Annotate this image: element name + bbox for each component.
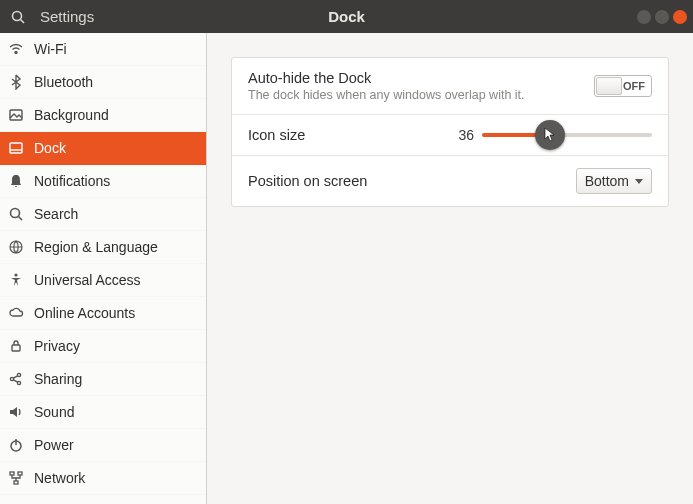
sidebar-item-label: Network <box>34 470 85 486</box>
iconsize-value: 36 <box>450 127 474 143</box>
svg-point-13 <box>17 381 20 384</box>
sidebar-item-label: Universal Access <box>34 272 141 288</box>
sidebar-item-notifications[interactable]: Notifications <box>0 165 206 198</box>
svg-point-9 <box>14 273 17 276</box>
settings-sidebar: Wi-Fi Bluetooth Background <box>0 33 207 504</box>
network-icon <box>8 470 24 486</box>
cloud-sync-icon <box>8 305 24 321</box>
search-icon <box>8 206 24 222</box>
sidebar-item-label: Notifications <box>34 173 110 189</box>
cursor-icon <box>544 127 556 143</box>
svg-rect-16 <box>10 472 14 475</box>
sidebar-item-label: Search <box>34 206 78 222</box>
sidebar-item-label: Bluetooth <box>34 74 93 90</box>
minimize-button[interactable] <box>637 10 651 24</box>
sidebar-item-label: Wi-Fi <box>34 41 67 57</box>
svg-point-6 <box>11 209 20 218</box>
sidebar-item-wifi[interactable]: Wi-Fi <box>0 33 206 66</box>
sidebar-item-power[interactable]: Power <box>0 429 206 462</box>
slider-thumb[interactable] <box>535 120 565 150</box>
app-title: Settings <box>40 8 94 25</box>
svg-rect-4 <box>10 143 22 153</box>
share-icon <box>8 371 24 387</box>
sidebar-item-privacy[interactable]: Privacy <box>0 330 206 363</box>
accessibility-icon <box>8 272 24 288</box>
autohide-subtitle: The dock hides when any windows overlap … <box>248 88 594 102</box>
globe-icon <box>8 239 24 255</box>
sidebar-item-search[interactable]: Search <box>0 198 206 231</box>
svg-point-2 <box>15 52 17 54</box>
svg-line-7 <box>19 217 23 221</box>
lock-icon <box>8 338 24 354</box>
search-icon[interactable] <box>10 9 26 25</box>
sidebar-item-label: Dock <box>34 140 66 156</box>
iconsize-row: Icon size 36 <box>232 115 668 156</box>
dock-settings-panel: Auto-hide the Dock The dock hides when a… <box>207 33 693 504</box>
sidebar-item-label: Sound <box>34 404 74 420</box>
sidebar-item-universal-access[interactable]: Universal Access <box>0 264 206 297</box>
autohide-title: Auto-hide the Dock <box>248 70 594 86</box>
svg-point-0 <box>13 11 22 20</box>
dock-icon <box>8 140 24 156</box>
autohide-row: Auto-hide the Dock The dock hides when a… <box>232 58 668 115</box>
speaker-icon <box>8 404 24 420</box>
sidebar-item-label: Background <box>34 107 109 123</box>
sidebar-item-region-language[interactable]: Region & Language <box>0 231 206 264</box>
dropdown-value: Bottom <box>585 173 629 189</box>
sidebar-item-label: Online Accounts <box>34 305 135 321</box>
sidebar-item-background[interactable]: Background <box>0 99 206 132</box>
position-row: Position on screen Bottom <box>232 156 668 206</box>
svg-rect-17 <box>18 472 22 475</box>
switch-knob <box>596 77 622 95</box>
position-dropdown[interactable]: Bottom <box>576 168 652 194</box>
position-label: Position on screen <box>248 173 576 189</box>
bell-icon <box>8 173 24 189</box>
iconsize-slider[interactable] <box>482 133 652 137</box>
wifi-icon <box>8 41 24 57</box>
close-button[interactable] <box>673 10 687 24</box>
titlebar: Settings Dock <box>0 0 693 33</box>
sidebar-item-online-accounts[interactable]: Online Accounts <box>0 297 206 330</box>
sidebar-item-dock[interactable]: Dock <box>0 132 206 165</box>
bluetooth-icon <box>8 74 24 90</box>
svg-rect-3 <box>10 110 22 120</box>
sidebar-item-sound[interactable]: Sound <box>0 396 206 429</box>
switch-state-label: OFF <box>623 80 645 92</box>
background-icon <box>8 107 24 123</box>
sidebar-item-network[interactable]: Network <box>0 462 206 495</box>
page-title: Dock <box>328 8 365 25</box>
power-icon <box>8 437 24 453</box>
svg-point-12 <box>17 373 20 376</box>
svg-point-11 <box>10 377 13 380</box>
maximize-button[interactable] <box>655 10 669 24</box>
sidebar-item-label: Sharing <box>34 371 82 387</box>
autohide-toggle[interactable]: OFF <box>594 75 652 97</box>
sidebar-item-label: Region & Language <box>34 239 158 255</box>
iconsize-label: Icon size <box>248 127 450 143</box>
chevron-down-icon <box>635 179 643 184</box>
sidebar-item-label: Privacy <box>34 338 80 354</box>
svg-line-1 <box>21 19 25 23</box>
svg-rect-18 <box>14 481 18 484</box>
sidebar-item-label: Power <box>34 437 74 453</box>
sidebar-item-sharing[interactable]: Sharing <box>0 363 206 396</box>
svg-rect-10 <box>12 345 20 351</box>
sidebar-item-bluetooth[interactable]: Bluetooth <box>0 66 206 99</box>
